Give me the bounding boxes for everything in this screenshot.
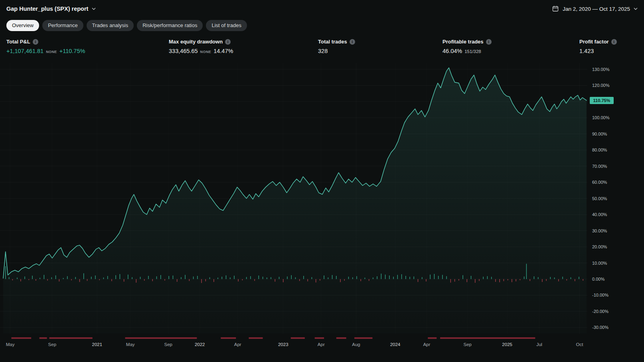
svg-text:20.00%: 20.00% bbox=[592, 244, 607, 249]
stat-value: 328 bbox=[318, 48, 328, 54]
svg-text:2023: 2023 bbox=[278, 342, 288, 347]
svg-text:2022: 2022 bbox=[195, 342, 205, 347]
svg-text:30.00%: 30.00% bbox=[592, 228, 607, 233]
svg-text:Oct: Oct bbox=[576, 342, 584, 347]
report-title-dropdown[interactable]: Gap Hunter_plus (SPX) report bbox=[6, 6, 96, 12]
svg-text:2021: 2021 bbox=[92, 342, 103, 347]
chevron-down-icon bbox=[92, 8, 96, 10]
stat-profit-factor: Profit factor 1.423 bbox=[579, 39, 617, 54]
svg-text:120.00%: 120.00% bbox=[592, 83, 610, 88]
tab-list-of-trades[interactable]: List of trades bbox=[206, 20, 247, 31]
stat-total-pnl: Total P&L +1,107,461.81 NONE +110.75% bbox=[6, 39, 85, 54]
svg-text:110.75%: 110.75% bbox=[593, 98, 610, 103]
svg-text:2024: 2024 bbox=[390, 342, 401, 347]
stat-label: Total P&L bbox=[6, 39, 30, 45]
svg-text:Sep: Sep bbox=[164, 342, 172, 347]
tab-trades-analysis[interactable]: Trades analysis bbox=[87, 20, 134, 31]
svg-text:Apr: Apr bbox=[234, 342, 241, 347]
equity-area-fill bbox=[3, 68, 587, 333]
stat-total-trades: Total trades 328 bbox=[318, 39, 355, 54]
svg-text:50.00%: 50.00% bbox=[592, 196, 607, 201]
svg-text:Jul: Jul bbox=[536, 342, 542, 347]
top-bar: Gap Hunter_plus (SPX) report Jan 2, 2020… bbox=[0, 0, 644, 18]
info-icon[interactable] bbox=[33, 39, 38, 45]
svg-text:100.00%: 100.00% bbox=[592, 115, 610, 120]
stat-label: Profitable trades bbox=[443, 39, 484, 45]
svg-text:Sep: Sep bbox=[48, 342, 56, 347]
svg-text:0.00%: 0.00% bbox=[592, 277, 604, 281]
tab-risk-performance-ratios[interactable]: Risk/performance ratios bbox=[137, 20, 203, 31]
stat-currency-unit: NONE bbox=[46, 50, 57, 54]
stat-value: 333,465.65 bbox=[169, 48, 198, 54]
svg-text:-30.00%: -30.00% bbox=[592, 325, 608, 330]
svg-text:70.00%: 70.00% bbox=[592, 164, 607, 169]
equity-curve-chart[interactable]: 130.00%120.00%110.00%100.00%90.00%80.00%… bbox=[0, 59, 644, 362]
svg-text:May: May bbox=[126, 342, 135, 347]
chevron-down-icon bbox=[634, 8, 638, 10]
report-tabs: Overview Performance Trades analysis Ris… bbox=[0, 18, 644, 35]
stat-percent: +110.75% bbox=[59, 48, 85, 54]
drawdown-periods-strip bbox=[11, 337, 535, 339]
svg-text:130.00%: 130.00% bbox=[592, 67, 610, 72]
svg-text:80.00%: 80.00% bbox=[592, 148, 607, 152]
price-scale-axis[interactable]: 130.00%120.00%110.00%100.00%90.00%80.00%… bbox=[592, 67, 610, 330]
stat-currency-unit: NONE bbox=[200, 50, 211, 54]
svg-text:Aug: Aug bbox=[352, 342, 360, 347]
stat-value: +1,107,461.81 bbox=[6, 48, 43, 54]
stat-value: 46.04% bbox=[443, 48, 462, 54]
info-icon[interactable] bbox=[611, 39, 617, 45]
svg-text:-20.00%: -20.00% bbox=[592, 309, 608, 314]
stat-profitable-trades: Profitable trades 46.04% 151/328 bbox=[443, 39, 492, 54]
stat-label: Total trades bbox=[318, 39, 347, 45]
stat-value: 1.423 bbox=[579, 48, 594, 54]
stat-label: Profit factor bbox=[579, 39, 609, 45]
svg-text:Apr: Apr bbox=[423, 342, 430, 347]
svg-text:-10.00%: -10.00% bbox=[592, 293, 608, 297]
stat-percent: 14.47% bbox=[213, 48, 233, 54]
svg-text:Sep: Sep bbox=[464, 342, 472, 347]
stat-label: Max equity drawdown bbox=[169, 39, 223, 45]
calendar-icon bbox=[552, 5, 559, 12]
svg-text:60.00%: 60.00% bbox=[592, 180, 607, 185]
svg-text:Apr: Apr bbox=[318, 342, 325, 347]
svg-text:May: May bbox=[6, 342, 15, 347]
date-range-label: Jan 2, 2020 — Oct 17, 2025 bbox=[563, 6, 630, 12]
svg-text:40.00%: 40.00% bbox=[592, 212, 607, 217]
tab-performance[interactable]: Performance bbox=[42, 20, 83, 31]
tab-overview[interactable]: Overview bbox=[6, 20, 39, 31]
info-icon[interactable] bbox=[486, 39, 492, 45]
stat-max-equity-drawdown: Max equity drawdown 333,465.65 NONE 14.4… bbox=[169, 39, 233, 54]
strategy-report-app: { "header": { "title": "Gap Hunter_plus … bbox=[0, 0, 644, 362]
svg-text:10.00%: 10.00% bbox=[592, 261, 607, 266]
info-icon[interactable] bbox=[225, 39, 231, 45]
date-range-picker[interactable]: Jan 2, 2020 — Oct 17, 2025 bbox=[552, 5, 638, 12]
info-icon[interactable] bbox=[350, 39, 355, 45]
summary-stats-row: Total P&L +1,107,461.81 NONE +110.75% Ma… bbox=[0, 35, 644, 59]
page-title: Gap Hunter_plus (SPX) report bbox=[6, 6, 88, 12]
svg-text:2025: 2025 bbox=[502, 342, 512, 347]
stat-ratio: 151/328 bbox=[464, 49, 481, 54]
current-value-badge: 110.75% bbox=[590, 97, 614, 104]
time-scale-axis[interactable]: MaySep2021MaySep2022Apr2023AprAug2024Apr… bbox=[6, 342, 584, 347]
svg-text:90.00%: 90.00% bbox=[592, 132, 607, 136]
